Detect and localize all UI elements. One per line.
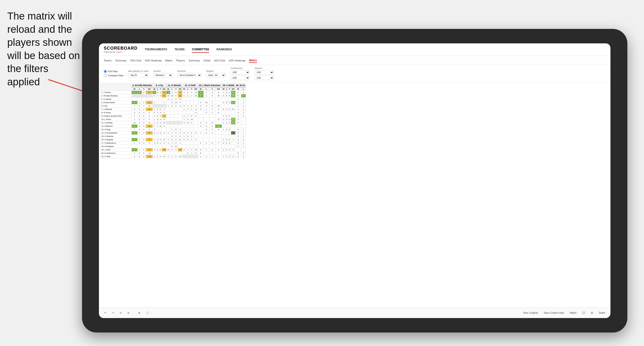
- region-label: Region: [206, 70, 226, 72]
- players-select2[interactable]: (All): [254, 76, 274, 80]
- tab-h2h-heatmap[interactable]: H2H Heatmap: [145, 58, 162, 63]
- player-name: 6. A Dy: [100, 104, 132, 108]
- col-header-mulcahy: 2. M Kelly Mulcahy: [132, 84, 153, 87]
- table-row: 7. O Mitchell 30018 2202 120-4 0104 0402…: [100, 108, 246, 111]
- sub-d6: Dif: [231, 87, 235, 91]
- tab-h2h-heatmap2[interactable]: H2H Heatmap: [229, 58, 246, 63]
- nav-teams[interactable]: TEAMS: [174, 46, 184, 53]
- view-original-btn[interactable]: View: Original: [522, 311, 540, 315]
- table-row: 9. A Maria Jimenez Rios 1005 100-7 0102 …: [100, 114, 246, 118]
- comment-btn[interactable]: 💬: [580, 311, 587, 315]
- save-custom-btn[interactable]: Save Custom View: [542, 311, 566, 315]
- player-name: 3. S Jelinek: [100, 98, 132, 101]
- table-row: 12. A Bianchi 200-16 1104 20025: [100, 125, 246, 128]
- sub-t1: T: [142, 87, 146, 91]
- player-name: 7. O Mitchell: [100, 108, 132, 111]
- sub-d1: Dif: [146, 87, 153, 91]
- player-name: 11. G Woods: [100, 121, 132, 125]
- region-filter: Region East - DII West - DII All: [206, 70, 226, 77]
- compact-view-radio[interactable]: Compact View: [104, 74, 123, 77]
- col-header-ady: 6. A Dy: [153, 84, 166, 87]
- player-name: 14. S Srichantamit: [100, 131, 132, 135]
- sub-w3: W: [166, 87, 170, 91]
- players-select[interactable]: (All): [254, 70, 274, 74]
- full-view-radio[interactable]: Full View: [104, 70, 123, 73]
- sub-w5: W: [198, 87, 204, 91]
- conference-filter: Conference (All) (All): [230, 67, 250, 80]
- full-view-input[interactable]: [104, 70, 107, 73]
- nav-bar: SCOREBOARD Powered by clippd TOURNAMENTS…: [99, 43, 610, 56]
- player-name: 8. M Torres: [100, 111, 132, 114]
- nav-rankings[interactable]: RANKINGS: [216, 46, 232, 53]
- tab-teams[interactable]: Teams: [104, 58, 112, 63]
- redo-btn[interactable]: ↷: [110, 311, 116, 315]
- bottom-toolbar: ↶ ↷ ↺ ⊖ - ⊕ 🕐 View: Original Save Custom…: [99, 308, 610, 318]
- table-row: 15. H Stranda 020 103 01: [100, 135, 246, 138]
- nav-tournaments[interactable]: TOURNAMENTS: [145, 46, 167, 53]
- player-name: 2. M Kelly Mulcahy: [100, 94, 132, 98]
- sub-w7: W: [235, 87, 241, 91]
- grid-btn[interactable]: ⊞: [589, 311, 594, 315]
- tab-matrix[interactable]: Matrix: [165, 58, 172, 63]
- share-btn[interactable]: Share: [597, 311, 607, 315]
- players-filter: Players (All) (All): [254, 67, 274, 80]
- sub-l5: L: [204, 87, 209, 91]
- nav-committee[interactable]: COMMITTEE: [192, 46, 209, 53]
- conference-select[interactable]: (All): [230, 70, 250, 74]
- matrix-area[interactable]: 2. M Kelly Mulcahy 6. A Dy 11. G Woods 2…: [99, 82, 610, 308]
- player-name: 1. J Garcia: [100, 91, 132, 94]
- table-row: 13. N Klug 1010 -2 103 020 108 01: [100, 128, 246, 131]
- player-name: 21. O Stoll: [100, 155, 132, 158]
- undo-btn[interactable]: ↶: [102, 311, 108, 315]
- tablet-screen: SCOREBOARD Powered by clippd TOURNAMENTS…: [99, 43, 610, 318]
- gender-select[interactable]: Women's Men's: [153, 73, 172, 77]
- col-header-schumac: 23. L Marie Schumac.: [198, 84, 222, 87]
- table-row: 5. A Nomrowski 310-11 1-1 0144 0251 0001…: [100, 101, 246, 104]
- table-row: 21. O Stoll 400-13 21014 11010 2211 1109…: [100, 155, 246, 158]
- sub-l1: L: [137, 87, 142, 91]
- max-players-label: Max players in view: [128, 70, 148, 72]
- filters-bar: Full View Compact View Max players in vi…: [99, 65, 610, 82]
- players-label: Players: [254, 67, 274, 69]
- zoom-separator: -: [134, 312, 134, 314]
- tab-players[interactable]: Players: [176, 58, 185, 63]
- annotation-text: The matrix will reload and the players s…: [7, 10, 84, 89]
- player-name: 13. N Klug: [100, 128, 132, 131]
- refresh-btn[interactable]: ↺: [118, 311, 123, 315]
- tablet-frame: SCOREBOARD Powered by clippd TOURNAMENTS…: [82, 29, 627, 333]
- clock-btn[interactable]: 🕐: [144, 311, 150, 315]
- player-name: 20. E Andersson: [100, 152, 132, 155]
- tab-h2h-grid[interactable]: H2H Grid: [130, 58, 141, 63]
- table-row: 6. A Dy 70110 120-4 0104 04024 23: [100, 104, 246, 108]
- sub-w1: W: [132, 87, 138, 91]
- zoom-out-btn[interactable]: ⊖: [126, 311, 131, 315]
- player-name: 5. A Nomrowski: [100, 101, 132, 104]
- matrix-table: 2. M Kelly Mulcahy 6. A Dy 11. G Woods 2…: [100, 83, 246, 158]
- player-name: 17. D Ballesteros: [100, 142, 132, 145]
- player-name: 18. A Hodgson: [100, 145, 132, 148]
- player-name: 15. H Stranda: [100, 135, 132, 138]
- col-header-woods: 11. G Woods: [166, 84, 182, 87]
- tab-h2h-grid2[interactable]: H2H Grid: [214, 58, 225, 63]
- sub-l6: L: [225, 87, 228, 91]
- tab-matrix2[interactable]: Matrix: [249, 58, 257, 63]
- sub-l7: L: [241, 87, 246, 91]
- max-players-select[interactable]: Top 25 Top 50 All: [128, 73, 148, 77]
- gender-label: Gender: [153, 70, 172, 72]
- max-players-filter: Max players in view Top 25 Top 50 All: [128, 70, 148, 77]
- zoom-in-btn[interactable]: ⊕: [136, 311, 142, 315]
- col-header-stoll: 21. O Stoll: [182, 84, 198, 87]
- region-select[interactable]: East - DII West - DII All: [206, 73, 226, 77]
- tab-summary[interactable]: Summary: [115, 58, 126, 63]
- conference-select2[interactable]: (All): [230, 76, 250, 80]
- watch-btn[interactable]: Watch: [568, 311, 578, 315]
- tab-detail[interactable]: Detail: [204, 58, 210, 63]
- tab-summary2[interactable]: Summary: [189, 58, 200, 63]
- sub-d2: Dif: [162, 87, 166, 91]
- player-name: 19. J Kanh: [100, 148, 132, 152]
- sub-t2: T: [159, 87, 162, 91]
- table-row: 10. L Perini 1004 14011 1014 17 24020 4: [100, 118, 246, 121]
- division-select[interactable]: NCAA Division II NCAA Division I NCAA Di…: [177, 73, 202, 77]
- logo-area: SCOREBOARD Powered by clippd: [104, 46, 138, 53]
- compact-view-input[interactable]: [104, 74, 107, 77]
